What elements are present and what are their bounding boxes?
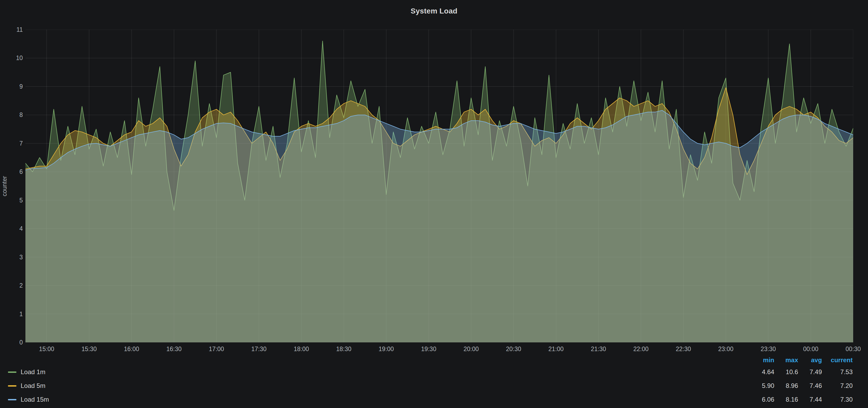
legend-series-swatch [8, 399, 17, 400]
y-tick-label: 2 [5, 282, 23, 289]
legend-min-value: 6.06 [750, 396, 774, 403]
chart-svg [25, 30, 853, 342]
legend-header-min[interactable]: min [750, 356, 774, 364]
x-tick-label: 23:00 [718, 346, 734, 353]
x-tick-label: 00:00 [803, 346, 818, 353]
legend-row[interactable]: Load 5m5.908.967.467.20 [0, 379, 868, 393]
legend-series-label[interactable]: Load 1m [21, 368, 45, 376]
x-tick-label: 18:00 [294, 346, 309, 353]
x-tick-label: 21:30 [591, 346, 606, 353]
y-tick-label: 1 [5, 311, 23, 317]
legend-current-value: 7.30 [822, 396, 852, 403]
x-tick-label: 22:00 [633, 346, 649, 353]
legend-header-current[interactable]: current [822, 356, 852, 364]
x-tick-label: 19:30 [421, 346, 436, 353]
x-tick-label: 16:00 [124, 346, 139, 353]
y-tick-label: 7 [5, 140, 23, 147]
legend-header-avg[interactable]: avg [798, 356, 822, 364]
legend-row[interactable]: Load 1m4.6410.67.497.53 [0, 365, 868, 379]
y-tick-label: 10 [5, 55, 23, 61]
x-tick-label: 20:30 [506, 346, 521, 353]
y-tick-label: 8 [5, 111, 23, 118]
plot-area[interactable] [25, 30, 853, 342]
legend-min-value: 4.64 [750, 368, 774, 376]
y-tick-label: 11 [5, 26, 23, 33]
legend-avg-value: 7.44 [798, 396, 822, 403]
y-tick-label: 5 [5, 197, 23, 204]
x-tick-label: 22:30 [676, 346, 691, 353]
x-tick-label: 16:30 [166, 346, 182, 353]
x-tick-label: 00:30 [845, 346, 861, 353]
x-tick-label: 19:00 [379, 346, 394, 353]
x-tick-label: 21:00 [548, 346, 564, 353]
legend-header: min max avg current [0, 355, 868, 365]
legend-row[interactable]: Load 15m6.068.167.447.30 [0, 393, 868, 406]
y-tick-label: 9 [5, 83, 23, 90]
legend-max-value: 10.6 [774, 368, 798, 376]
y-tick-label: 6 [5, 168, 23, 175]
x-tick-label: 17:00 [209, 346, 224, 353]
x-tick-label: 18:30 [336, 346, 352, 353]
y-tick-label: 0 [5, 339, 23, 346]
x-tick-label: 15:30 [82, 346, 97, 353]
legend-avg-value: 7.49 [798, 368, 822, 376]
legend-max-value: 8.16 [774, 396, 798, 403]
legend-series-label[interactable]: Load 5m [21, 382, 45, 389]
legend-series-swatch [8, 385, 17, 386]
panel-title: System Load [0, 7, 868, 15]
y-tick-label: 4 [5, 225, 23, 232]
legend-min-value: 5.90 [750, 382, 774, 389]
x-tick-label: 15:00 [39, 346, 54, 353]
legend: min max avg current Load 1m4.6410.67.497… [0, 355, 868, 406]
legend-rows: Load 1m4.6410.67.497.53Load 5m5.908.967.… [0, 365, 868, 406]
legend-current-value: 7.20 [822, 382, 852, 389]
legend-series-swatch [8, 372, 17, 373]
legend-series-label[interactable]: Load 15m [21, 396, 49, 403]
y-tick-label: 3 [5, 254, 23, 261]
x-tick-label: 17:30 [251, 346, 267, 353]
legend-max-value: 8.96 [774, 382, 798, 389]
x-tick-label: 20:00 [463, 346, 479, 353]
legend-current-value: 7.53 [822, 368, 852, 376]
y-axis-label: counter [1, 30, 8, 342]
legend-avg-value: 7.46 [798, 382, 822, 389]
legend-header-max[interactable]: max [774, 356, 798, 364]
x-tick-label: 23:30 [761, 346, 776, 353]
